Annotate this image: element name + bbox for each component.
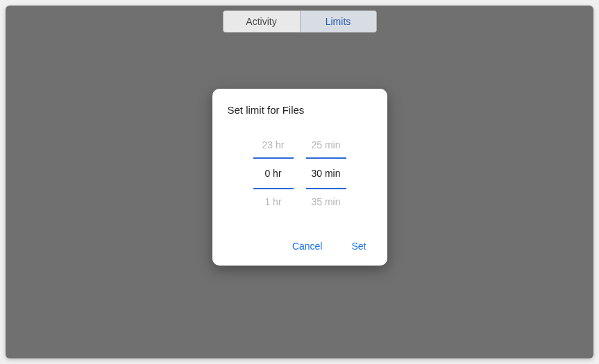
screen-frame: Activity Limits Set limit for Files 23 h… [0, 0, 599, 364]
hour-option-below[interactable]: 1 hr [264, 189, 281, 214]
set-button[interactable]: Set [348, 236, 369, 256]
dialog-title: Set limit for Files [228, 104, 372, 116]
dialog-actions: Cancel Set [228, 234, 372, 256]
cancel-button[interactable]: Cancel [289, 236, 326, 256]
hour-option-above[interactable]: 23 hr [262, 132, 285, 157]
minute-wheel[interactable]: 25 min 30 min 35 min [306, 132, 346, 214]
set-limit-dialog: Set limit for Files 23 hr 0 hr 1 hr 25 m… [212, 89, 387, 266]
minute-option-below[interactable]: 35 min [311, 189, 340, 214]
minute-option-selected[interactable]: 30 min [306, 157, 346, 189]
hour-wheel[interactable]: 23 hr 0 hr 1 hr [253, 132, 294, 214]
hour-option-selected[interactable]: 0 hr [253, 157, 294, 189]
app-background: Activity Limits Set limit for Files 23 h… [6, 6, 593, 358]
minute-option-above[interactable]: 25 min [311, 132, 340, 157]
time-picker: 23 hr 0 hr 1 hr 25 min 30 min 35 min [228, 132, 372, 214]
